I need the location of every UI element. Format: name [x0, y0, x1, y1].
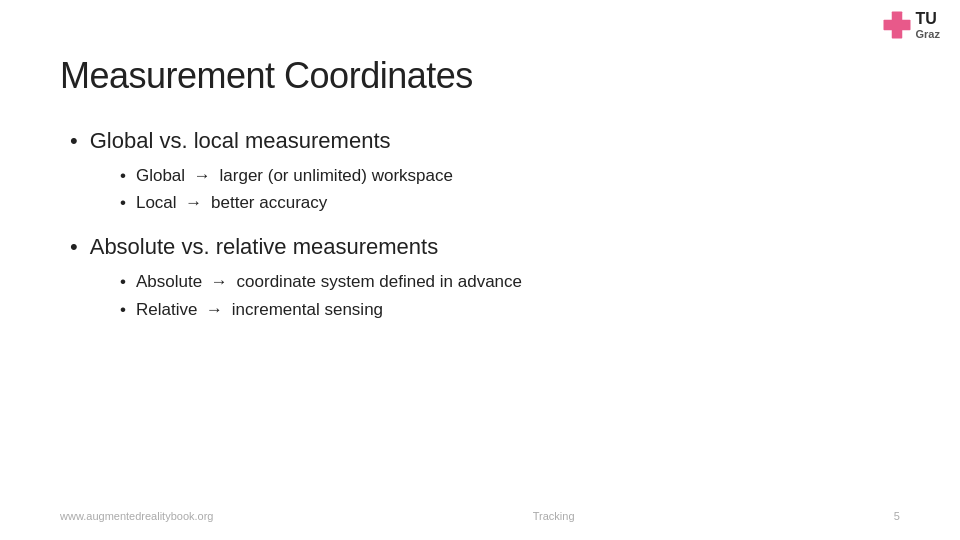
slide-title: Measurement Coordinates	[60, 55, 900, 97]
bullet-2-sub-2-text: Relative → incremental sensing	[136, 298, 383, 322]
bullet-1-sub-1-dot: •	[120, 164, 126, 188]
bullet-1-sub-1-text: Global → larger (or unlimited) workspace	[136, 164, 453, 188]
footer-page-number: 5	[894, 510, 900, 522]
bullet-2: • Absolute vs. relative measurements	[70, 233, 900, 262]
bullet-2-subbullets: • Absolute → coordinate system defined i…	[70, 270, 900, 322]
logo-text: TU Graz	[916, 10, 940, 40]
bullet-2-text: Absolute vs. relative measurements	[90, 233, 439, 262]
slide-footer: www.augmentedrealitybook.org Tracking 5	[0, 510, 960, 522]
svg-rect-3	[885, 22, 908, 28]
bullet-1-sub-2-text: Local → better accuracy	[136, 191, 327, 215]
bullet-1-sub-2: • Local → better accuracy	[120, 191, 900, 215]
bullet-2-sub-2: • Relative → incremental sensing	[120, 298, 900, 322]
arrow-icon-1: →	[194, 164, 211, 188]
bullet-2-sub-1: • Absolute → coordinate system defined i…	[120, 270, 900, 294]
footer-topic: Tracking	[533, 510, 575, 522]
bullet-1-subbullets: • Global → larger (or unlimited) workspa…	[70, 164, 900, 216]
footer-url: www.augmentedrealitybook.org	[60, 510, 213, 522]
bullet-2-dot: •	[70, 233, 78, 262]
bullet-1-dot: •	[70, 127, 78, 156]
slide-content: • Global vs. local measurements • Global…	[60, 127, 900, 321]
bullet-1-sub-2-dot: •	[120, 191, 126, 215]
slide: TU Graz Measurement Coordinates • Global…	[0, 0, 960, 540]
logo: TU Graz	[882, 10, 940, 40]
logo-graz-label: Graz	[916, 28, 940, 40]
arrow-icon-3: →	[211, 270, 228, 294]
logo-tu-label: TU	[916, 10, 940, 28]
bullet-2-sub-1-text: Absolute → coordinate system defined in …	[136, 270, 522, 294]
bullet-2-sub-2-dot: •	[120, 298, 126, 322]
tu-graz-logo-icon	[882, 10, 912, 40]
bullet-1-text: Global vs. local measurements	[90, 127, 391, 156]
bullet-1: • Global vs. local measurements	[70, 127, 900, 156]
arrow-icon-2: →	[185, 191, 202, 215]
arrow-icon-4: →	[206, 298, 223, 322]
bullet-1-sub-1: • Global → larger (or unlimited) workspa…	[120, 164, 900, 188]
bullet-2-sub-1-dot: •	[120, 270, 126, 294]
